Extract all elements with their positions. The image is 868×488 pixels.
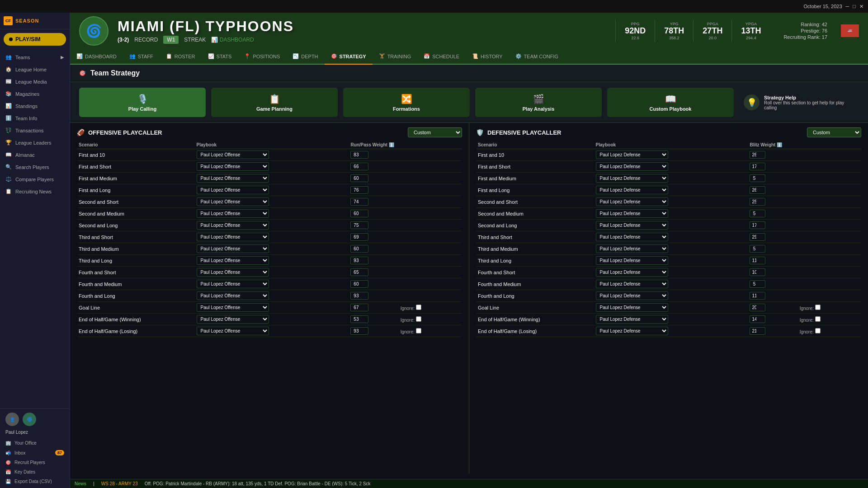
ignore-checkbox-off-13[interactable]: [416, 305, 421, 310]
blitz-input-def-8[interactable]: [750, 245, 765, 253]
playbook-select-off-0[interactable]: Paul Lopez Offense: [197, 150, 269, 159]
playbook-select-off-8[interactable]: Paul Lopez Offense: [197, 244, 269, 253]
ignore-checkbox-def-13[interactable]: [815, 305, 821, 310]
playbook-select-off-6[interactable]: Paul Lopez Offense: [197, 221, 269, 230]
weight-input-off-11[interactable]: [350, 280, 368, 288]
weight-input-off-13[interactable]: [350, 304, 368, 311]
playbook-select-def-3[interactable]: Paul Lopez Defense: [596, 186, 668, 194]
blitz-input-def-2[interactable]: [750, 174, 765, 182]
ignore-checkbox-off-14[interactable]: [416, 316, 421, 322]
tab-team-config[interactable]: ⚙️ TEAM CONFIG: [509, 49, 565, 65]
playbook-select-off-3[interactable]: Paul Lopez Offense: [197, 186, 269, 194]
playbook-select-def-8[interactable]: Paul Lopez Defense: [596, 244, 668, 253]
playbook-select-off-10[interactable]: Paul Lopez Offense: [197, 268, 269, 277]
weight-input-off-9[interactable]: [350, 257, 368, 264]
blitz-input-def-15[interactable]: [750, 327, 765, 335]
sidebar-item-key-dates[interactable]: 📅 Key Dates: [0, 467, 70, 477]
minimize-btn[interactable]: ─: [846, 4, 849, 9]
offensive-playbook-select[interactable]: Custom: [408, 127, 462, 137]
playbook-select-def-4[interactable]: Paul Lopez Defense: [596, 197, 668, 206]
playbook-select-def-6[interactable]: Paul Lopez Defense: [596, 221, 668, 230]
blitz-input-def-0[interactable]: [750, 151, 765, 159]
ignore-checkbox-off-15[interactable]: [416, 328, 421, 333]
sidebar-item-teams[interactable]: 👥 Teams ▶: [0, 51, 70, 63]
sidebar-item-league-media[interactable]: 📰 League Media: [0, 75, 70, 88]
close-btn[interactable]: ✕: [859, 4, 863, 9]
card-play-analysis[interactable]: 🎬 Play Analysis: [475, 88, 602, 117]
tab-training[interactable]: 🏋️ TRAINING: [373, 49, 418, 65]
weight-input-off-14[interactable]: [350, 315, 368, 323]
sidebar-item-compare-players[interactable]: ⚖️ Compare Players: [0, 173, 70, 185]
blitz-input-def-7[interactable]: [750, 233, 765, 241]
tab-schedule[interactable]: 📅 SCHEDULE: [417, 49, 466, 65]
tab-roster[interactable]: 📋 ROSTER: [160, 49, 202, 65]
sidebar-item-magazines[interactable]: 📚 Magazines: [0, 88, 70, 100]
play-sim-button[interactable]: PLAY/SIM: [4, 33, 66, 46]
sidebar-item-league-leaders[interactable]: 🏆 League Leaders: [0, 136, 70, 149]
playbook-select-off-11[interactable]: Paul Lopez Offense: [197, 280, 269, 288]
playbook-select-def-2[interactable]: Paul Lopez Defense: [596, 174, 668, 183]
playbook-select-def-14[interactable]: Paul Lopez Defense: [596, 315, 668, 324]
sidebar-item-recruit-players[interactable]: 🎯 Recruit Players: [0, 458, 70, 467]
playbook-select-off-2[interactable]: Paul Lopez Offense: [197, 174, 269, 183]
tab-staff[interactable]: 👥 STAFF: [123, 49, 160, 65]
weight-input-off-6[interactable]: [350, 221, 368, 229]
blitz-input-def-1[interactable]: [750, 163, 765, 170]
blitz-input-def-9[interactable]: [750, 257, 765, 264]
playbook-select-off-13[interactable]: Paul Lopez Offense: [197, 303, 269, 312]
blitz-input-def-10[interactable]: [750, 268, 765, 276]
playbook-select-def-7[interactable]: Paul Lopez Defense: [596, 233, 668, 241]
blitz-input-def-5[interactable]: [750, 210, 765, 217]
card-play-calling[interactable]: 🎙️ Play Calling: [79, 88, 206, 117]
tab-depth[interactable]: 📉 DEPTH: [286, 49, 324, 65]
playbook-select-off-9[interactable]: Paul Lopez Offense: [197, 256, 269, 265]
blitz-input-def-6[interactable]: [750, 221, 765, 229]
weight-input-off-0[interactable]: [350, 151, 368, 159]
playbook-select-off-14[interactable]: Paul Lopez Offense: [197, 315, 269, 324]
playbook-select-def-9[interactable]: Paul Lopez Defense: [596, 256, 668, 265]
ignore-checkbox-def-15[interactable]: [815, 328, 821, 333]
sidebar-item-league-home[interactable]: 🏠 League Home: [0, 63, 70, 75]
weight-input-off-12[interactable]: [350, 292, 368, 300]
playbook-select-off-5[interactable]: Paul Lopez Offense: [197, 209, 269, 218]
blitz-input-def-3[interactable]: [750, 186, 765, 194]
ignore-checkbox-def-14[interactable]: [815, 316, 821, 322]
sidebar-item-standings[interactable]: 📊 Standings: [0, 100, 70, 112]
weight-input-off-1[interactable]: [350, 163, 368, 170]
blitz-input-def-4[interactable]: [750, 198, 765, 206]
playbook-select-def-10[interactable]: Paul Lopez Defense: [596, 268, 668, 277]
sidebar-item-team-info[interactable]: ℹ️ Team Info: [0, 112, 70, 124]
dashboard-link[interactable]: 📊 DASHBOARD: [211, 37, 254, 43]
blitz-input-def-14[interactable]: [750, 315, 765, 323]
playbook-select-off-15[interactable]: Paul Lopez Offense: [197, 327, 269, 335]
card-game-planning[interactable]: 📋 Game Planning: [211, 88, 338, 117]
sidebar-item-your-office[interactable]: 🏢 Your Office: [0, 438, 70, 448]
blitz-input-def-11[interactable]: [750, 280, 765, 288]
weight-input-off-3[interactable]: [350, 186, 368, 194]
playbook-select-def-1[interactable]: Paul Lopez Defense: [596, 162, 668, 171]
weight-input-off-15[interactable]: [350, 327, 368, 335]
sidebar-item-almanac[interactable]: 📖 Almanac: [0, 149, 70, 161]
weight-input-off-2[interactable]: [350, 174, 368, 182]
tab-positions[interactable]: 📍 POSITIONS: [238, 49, 286, 65]
sidebar-item-recruiting-news[interactable]: 📋 Recruiting News: [0, 185, 70, 197]
tab-dashboard[interactable]: 📊 DASHBOARD: [70, 49, 123, 65]
playbook-select-off-1[interactable]: Paul Lopez Offense: [197, 162, 269, 171]
playbook-select-def-5[interactable]: Paul Lopez Defense: [596, 209, 668, 218]
blitz-input-def-13[interactable]: [750, 304, 765, 311]
sidebar-item-inbox[interactable]: 📬 Inbox 87: [0, 448, 70, 458]
weight-input-off-4[interactable]: [350, 198, 368, 206]
playbook-select-off-12[interactable]: Paul Lopez Offense: [197, 291, 269, 300]
defensive-playbook-select[interactable]: Custom: [807, 127, 861, 137]
tab-strategy[interactable]: 🎯 STRATEGY: [325, 49, 373, 65]
blitz-input-def-12[interactable]: [750, 292, 765, 300]
sidebar-item-transactions[interactable]: 💱 Transactions: [0, 124, 70, 136]
tab-history[interactable]: 📜 HISTORY: [466, 49, 509, 65]
playbook-select-off-7[interactable]: Paul Lopez Offense: [197, 233, 269, 241]
playbook-select-def-0[interactable]: Paul Lopez Defense: [596, 150, 668, 159]
card-custom-playbook[interactable]: 📖 Custom Playbook: [607, 88, 734, 117]
weight-input-off-8[interactable]: [350, 245, 368, 253]
weight-input-off-5[interactable]: [350, 210, 368, 217]
card-formations[interactable]: 🔀 Formations: [343, 88, 470, 117]
playbook-select-def-13[interactable]: Paul Lopez Defense: [596, 303, 668, 312]
